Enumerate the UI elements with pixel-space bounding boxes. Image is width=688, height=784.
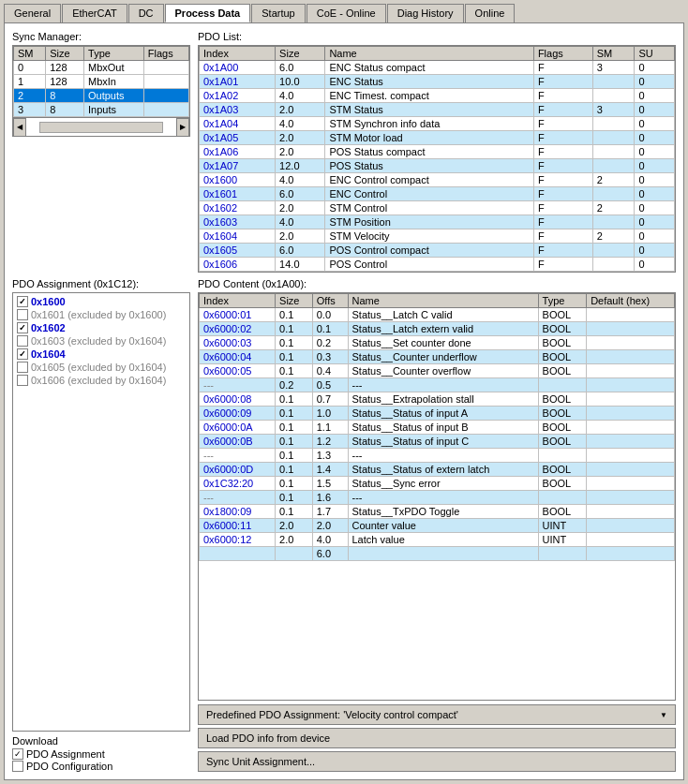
table-row[interactable]: --- 0.1 1.3 --- <box>200 449 675 463</box>
table-row[interactable]: 0x1A01 10.0 ENC Status F 0 <box>200 75 675 89</box>
ct-cell-offs: 1.1 <box>312 421 348 435</box>
pdo-cell-index: 0x1A07 <box>200 159 276 173</box>
tab-online[interactable]: Online <box>465 4 516 22</box>
table-row[interactable]: 0x6000:09 0.1 1.0 Status__Status of inpu… <box>200 407 675 421</box>
assign-checkbox[interactable]: ✓ <box>17 296 28 307</box>
list-item[interactable]: 0x1603 (excluded by 0x1604) <box>15 334 187 348</box>
pdo-assignment-label: PDO Assignment (0x1C12): <box>12 278 190 289</box>
table-row[interactable]: 0x6000:08 0.1 0.7 Status__Extrapolation … <box>200 392 675 407</box>
ct-cell-default <box>587 463 675 477</box>
ct-cell-name: Status__Set counter done <box>348 336 538 350</box>
table-row[interactable]: 0x6000:0B 0.1 1.2 Status__Status of inpu… <box>200 435 675 449</box>
pdo-cell-flags: F <box>533 75 592 89</box>
load-pdo-button[interactable]: Load PDO info from device <box>198 728 676 748</box>
ct-cell-index: 0x6000:0B <box>200 435 276 449</box>
table-row[interactable]: 0x1A02 4.0 ENC Timest. compact F 0 <box>200 89 675 103</box>
table-row[interactable]: 0x6000:12 2.0 4.0 Latch value UINT <box>200 533 675 547</box>
table-row[interactable]: 0x1A05 2.0 STM Motor load F 0 <box>200 131 675 145</box>
table-row[interactable]: --- 0.1 1.6 --- <box>200 491 675 505</box>
list-item[interactable]: ✓ 0x1600 <box>15 295 187 308</box>
list-item[interactable]: ✓ 0x1604 <box>15 348 187 361</box>
download-pdo-config: PDO Configuration <box>12 761 190 772</box>
table-row[interactable]: 0x1A00 6.0 ENC Status compact F 3 0 <box>200 61 675 75</box>
tab-startup[interactable]: Startup <box>251 4 305 22</box>
ct-cell-index: 0x6000:08 <box>200 392 276 407</box>
assign-checkbox[interactable] <box>17 335 28 347</box>
scroll-right-btn[interactable]: ▶ <box>176 118 189 137</box>
table-row[interactable]: 0x1606 14.0 POS Control F 0 <box>200 258 675 272</box>
table-row[interactable]: 0x6000:0A 0.1 1.1 Status__Status of inpu… <box>200 421 675 435</box>
sync-unit-label: Sync Unit Assignment... <box>206 756 315 767</box>
table-row[interactable]: --- 0.2 0.5 --- <box>200 378 675 392</box>
table-row[interactable]: 0x1605 6.0 POS Control compact F 0 <box>200 244 675 258</box>
table-row[interactable]: 0x1601 6.0 ENC Control F 0 <box>200 187 675 201</box>
pdo-cell-sm <box>592 117 635 131</box>
table-row[interactable]: 0x1604 2.0 STM Velocity F 2 0 <box>200 229 675 244</box>
tab-coe-online[interactable]: CoE - Online <box>307 4 386 22</box>
pdo-cell-name: POS Status compact <box>325 145 533 159</box>
assign-label: 0x1606 (excluded by 0x1604) <box>31 375 166 386</box>
assign-checkbox[interactable] <box>17 309 28 320</box>
table-row[interactable]: 0x6000:0D 0.1 1.4 Status__Status of exte… <box>200 463 675 477</box>
pdo-cell-su: 0 <box>635 145 675 159</box>
ct-cell-index: 0x1C32:20 <box>200 477 276 491</box>
table-row[interactable]: 0x6000:11 2.0 2.0 Counter value UINT <box>200 519 675 533</box>
ct-cell-size: 0.1 <box>276 421 313 435</box>
assign-checkbox[interactable]: ✓ <box>17 322 28 333</box>
ct-cell-type: UINT <box>538 519 587 533</box>
sm-cell-flags <box>143 75 188 89</box>
table-row[interactable]: 1 128 MbxIn <box>14 75 189 89</box>
table-row[interactable]: 0x1800:09 0.1 1.7 Status__TxPDO Toggle B… <box>200 505 675 519</box>
table-row[interactable]: 2 8 Outputs <box>14 89 189 103</box>
ct-cell-default <box>587 477 675 491</box>
ct-cell-name: Status__Latch C valid <box>348 308 538 322</box>
ct-cell-type <box>538 449 587 463</box>
assign-label: 0x1605 (excluded by 0x1604) <box>31 362 166 373</box>
ct-cell-size: 0.1 <box>276 449 313 463</box>
tab-process-data[interactable]: Process Data <box>165 4 251 22</box>
pdo-cell-sm: 2 <box>592 201 635 215</box>
table-row[interactable]: 0x1A06 2.0 POS Status compact F 0 <box>200 145 675 159</box>
sm-cell-flags <box>143 89 188 103</box>
table-row[interactable]: 0x6000:05 0.1 0.4 Status__Counter overfl… <box>200 364 675 378</box>
scroll-left-btn[interactable]: ◀ <box>13 118 26 137</box>
sync-unit-button[interactable]: Sync Unit Assignment... <box>198 751 676 772</box>
ct-cell-type: BOOL <box>538 477 587 491</box>
table-row[interactable]: 0x1602 2.0 STM Control F 2 0 <box>200 201 675 215</box>
ct-cell-size: 0.1 <box>276 463 313 477</box>
list-item[interactable]: 0x1601 (excluded by 0x1600) <box>15 308 187 321</box>
list-item[interactable]: 0x1606 (excluded by 0x1604) <box>15 374 187 387</box>
list-item[interactable]: 0x1605 (excluded by 0x1604) <box>15 361 187 374</box>
table-row[interactable]: 3 8 Inputs <box>14 103 189 117</box>
sm-cell-sm: 3 <box>14 103 46 117</box>
table-row[interactable]: 0x6000:01 0.1 0.0 Status__Latch C valid … <box>200 308 675 322</box>
pdo-cell-size: 2.0 <box>276 145 325 159</box>
assign-checkbox[interactable]: ✓ <box>17 348 28 360</box>
table-row[interactable]: 0x1A07 12.0 POS Status F 0 <box>200 159 675 173</box>
table-row[interactable]: 0x6000:04 0.1 0.3 Status__Counter underf… <box>200 350 675 364</box>
pdo-cell-flags: F <box>533 173 592 187</box>
table-row[interactable]: 0x1A04 4.0 STM Synchron info data F 0 <box>200 117 675 131</box>
assign-checkbox[interactable] <box>17 362 28 373</box>
pdo-assignment-checkbox[interactable]: ✓ <box>12 748 23 760</box>
pdo-cell-sm <box>592 244 635 258</box>
table-row[interactable]: 0x1600 4.0 ENC Control compact F 2 0 <box>200 173 675 187</box>
scrollbar-track[interactable] <box>39 122 163 133</box>
table-row[interactable]: 0x6000:03 0.1 0.2 Status__Set counter do… <box>200 336 675 350</box>
sm-scrollbar[interactable]: ◀ ▶ <box>12 118 190 137</box>
pdo-config-checkbox[interactable] <box>12 761 23 772</box>
table-row[interactable]: 0x1C32:20 0.1 1.5 Status__Sync error BOO… <box>200 477 675 491</box>
tab-dc[interactable]: DC <box>128 4 164 22</box>
table-row[interactable]: 0x6000:02 0.1 0.1 Status__Latch extern v… <box>200 322 675 336</box>
tab-diag-history[interactable]: Diag History <box>387 4 464 22</box>
ct-cell-type: BOOL <box>538 463 587 477</box>
tab-ethercat[interactable]: EtherCAT <box>62 4 127 22</box>
tab-general[interactable]: General <box>4 4 61 22</box>
table-row[interactable]: 0x1603 4.0 STM Position F 0 <box>200 215 675 229</box>
assign-checkbox[interactable] <box>17 375 28 386</box>
table-row[interactable]: 6.0 <box>200 547 675 561</box>
predefined-pdo-button[interactable]: Predefined PDO Assignment: 'Velocity con… <box>198 704 676 725</box>
table-row[interactable]: 0 128 MbxOut <box>14 61 189 75</box>
table-row[interactable]: 0x1A03 2.0 STM Status F 3 0 <box>200 103 675 117</box>
list-item[interactable]: ✓ 0x1602 <box>15 321 187 334</box>
